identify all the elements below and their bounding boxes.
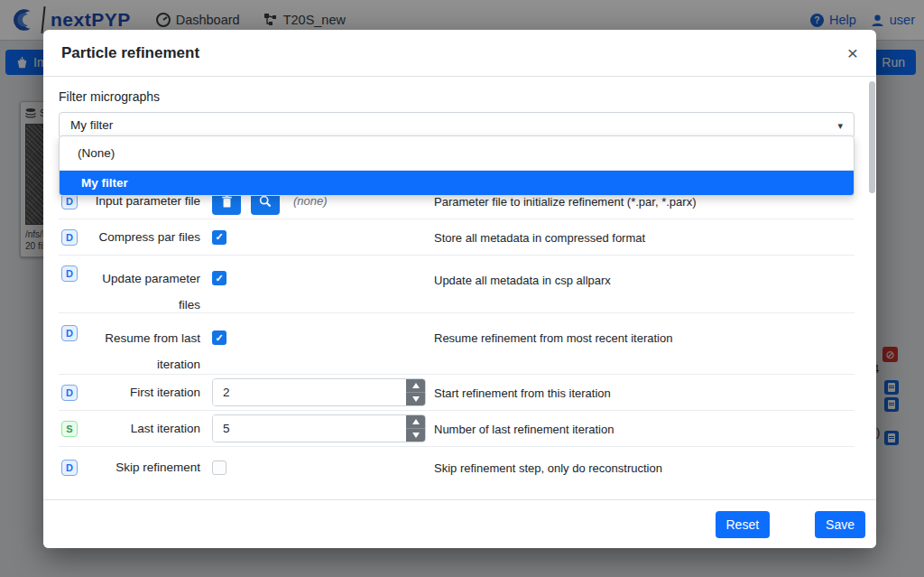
- table-row: D Compress par files ✓ Store all metadat…: [59, 219, 855, 256]
- modal-scrollbar[interactable]: [869, 81, 875, 193]
- dropdown-option-my-filter[interactable]: My filter: [60, 171, 854, 195]
- close-icon[interactable]: ×: [847, 43, 858, 62]
- param-description: Resume refinement from most recent itera…: [434, 331, 672, 345]
- param-label: Last iteration: [83, 415, 200, 442]
- table-row: D Resume from last iteration ✓ Resume re…: [59, 313, 855, 375]
- resume-checkbox[interactable]: ✓: [212, 330, 226, 345]
- param-label: Skip refinement: [83, 454, 200, 480]
- spin-down-icon[interactable]: [406, 392, 425, 405]
- default-badge: D: [61, 229, 78, 246]
- spinner-buttons: [406, 415, 425, 442]
- param-description: Update all metadata in csp allparx: [434, 274, 611, 287]
- param-description: Skip refinement step, only do reconstruc…: [434, 461, 662, 474]
- spin-up-icon[interactable]: [406, 379, 425, 392]
- default-badge: D: [61, 460, 78, 476]
- param-control: ✓: [212, 230, 226, 245]
- spinner-buttons: [406, 379, 425, 405]
- spin-down-icon[interactable]: [406, 428, 425, 442]
- modal-header: Particle refinement ×: [43, 30, 876, 77]
- param-label: First iteration: [83, 379, 200, 405]
- dropdown-option-none[interactable]: (None): [60, 136, 854, 171]
- stacks-badge: S: [61, 421, 78, 437]
- particle-refinement-modal: Particle refinement × Filter micrographs…: [43, 30, 876, 548]
- default-badge: D: [61, 265, 78, 282]
- compress-checkbox[interactable]: ✓: [212, 230, 226, 245]
- param-description: Number of last refinement iteration: [434, 422, 614, 435]
- table-row: D Update parameter files ✓ Update all me…: [59, 256, 855, 313]
- reset-button[interactable]: Reset: [716, 511, 771, 538]
- last-iteration-stepper: [212, 414, 426, 442]
- filter-micrographs-label: Filter micrographs: [59, 89, 855, 104]
- file-value: (none): [293, 194, 328, 208]
- save-button[interactable]: Save: [815, 511, 865, 538]
- default-badge: D: [61, 325, 78, 341]
- param-label: Update parameter files: [83, 265, 200, 318]
- filter-select-value: My filter: [70, 118, 113, 132]
- modal-body: Filter micrographs My filter ▾ (None) My…: [43, 77, 876, 499]
- spin-up-icon[interactable]: [406, 415, 425, 428]
- param-label: Resume from last iteration: [83, 325, 200, 377]
- table-row: S Last iteration Number of last refineme…: [59, 411, 855, 447]
- skip-refinement-checkbox[interactable]: [212, 461, 226, 475]
- modal-footer: Reset Save: [43, 499, 876, 548]
- first-iteration-stepper: [212, 378, 426, 406]
- param-control: [212, 378, 426, 406]
- param-control: ✓: [212, 271, 226, 285]
- modal-title: Particle refinement: [61, 44, 199, 62]
- param-description: Start refinement from this iteration: [434, 386, 611, 399]
- default-badge: D: [61, 385, 78, 401]
- param-label: Compress par files: [83, 224, 200, 250]
- table-row: D First iteration Start refinement from …: [59, 375, 855, 411]
- filter-dropdown-panel: (None) My filter: [59, 135, 855, 196]
- param-control: [212, 414, 426, 442]
- chevron-down-icon: ▾: [837, 120, 843, 132]
- update-checkbox[interactable]: ✓: [212, 271, 226, 285]
- first-iteration-input[interactable]: [213, 379, 406, 405]
- param-control: ✓: [212, 330, 226, 345]
- param-control: [212, 461, 226, 475]
- param-description: Parameter file to initialize refinement …: [434, 194, 696, 208]
- last-iteration-input[interactable]: [213, 415, 406, 442]
- table-row: D Skip refinement Skip refinement step, …: [59, 447, 855, 488]
- param-description: Store all metadata in compressed format: [434, 230, 645, 244]
- filter-select[interactable]: My filter ▾: [59, 112, 855, 138]
